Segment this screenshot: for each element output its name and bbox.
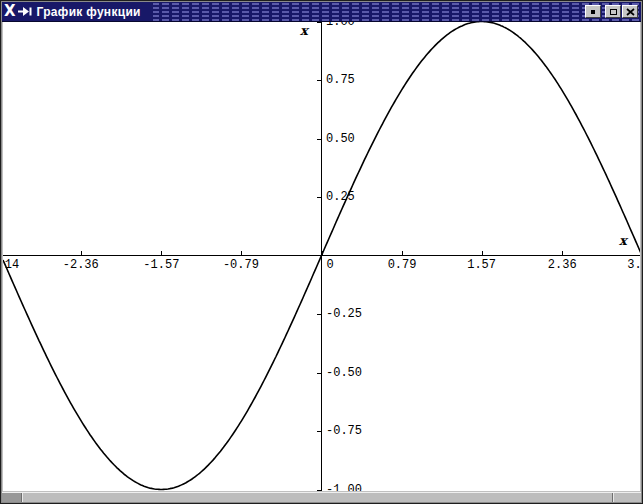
x-tick-mark <box>161 251 162 256</box>
titlebar-left: X График функции <box>2 2 153 21</box>
minimize-icon <box>591 10 595 14</box>
y-tick-mark <box>317 22 322 23</box>
titlebar[interactable]: X График функции <box>2 2 641 22</box>
x-tick-label: 1.57 <box>467 258 496 272</box>
y-tick-label: -0.25 <box>326 307 362 321</box>
y-tick-mark <box>317 314 322 315</box>
close-button[interactable] <box>622 5 638 18</box>
bottom-resize-bar <box>2 492 641 502</box>
y-tick-label: -1.00 <box>326 483 362 492</box>
window-title: График функции <box>37 5 141 19</box>
y-tick-mark <box>317 373 322 374</box>
x-tick-label: -1.57 <box>143 258 179 272</box>
maximize-icon <box>610 9 617 15</box>
y-tick-mark <box>317 197 322 198</box>
y-tick-mark <box>317 490 322 491</box>
x-tick-mark <box>241 251 242 256</box>
y-tick-mark <box>317 431 322 432</box>
y-tick-label: 1.00 <box>326 22 355 29</box>
x-axis-label: x <box>619 233 627 248</box>
x-tick-label: 0 <box>327 258 334 272</box>
minimize-button[interactable] <box>585 5 601 18</box>
x-tick-label: -2.36 <box>63 258 99 272</box>
y-tick-label: 0.75 <box>326 73 355 87</box>
window: X График функции <box>0 0 643 504</box>
x-tick-label: 2.36 <box>548 258 577 272</box>
titlebar-buttons <box>584 2 641 21</box>
y-axis-line <box>321 22 322 491</box>
x-tick-mark <box>322 251 323 256</box>
titlebar-pattern <box>153 2 584 21</box>
y-tick-label: -0.50 <box>326 366 362 380</box>
x-tick-label: 3.14 <box>627 258 640 272</box>
maximize-button[interactable] <box>605 5 621 18</box>
y-tick-label: 0.25 <box>326 190 355 204</box>
y-tick-label: -0.75 <box>326 424 362 438</box>
resize-handle-left[interactable] <box>2 493 22 502</box>
plot-area: x x -3.14-2.36-1.57-0.7900.791.572.363.1… <box>3 22 640 491</box>
resize-handle-right[interactable] <box>613 493 641 502</box>
pin-arrow-icon <box>18 6 33 17</box>
x-tick-label: -0.79 <box>223 258 259 272</box>
x-tick-mark <box>402 251 403 256</box>
x-tick-mark <box>562 251 563 256</box>
close-icon <box>626 8 635 16</box>
resize-handle-middle[interactable] <box>22 493 613 502</box>
x-tick-mark <box>482 251 483 256</box>
x-tick-label: -3.14 <box>3 258 19 272</box>
y-tick-mark <box>317 80 322 81</box>
y-tick-mark <box>317 139 322 140</box>
y-axis-label: x <box>300 23 308 38</box>
y-tick-label: 0.50 <box>326 132 355 146</box>
x-tick-mark <box>81 251 82 256</box>
x-window-logo-icon: X <box>4 2 16 21</box>
x-tick-label: 0.79 <box>388 258 417 272</box>
